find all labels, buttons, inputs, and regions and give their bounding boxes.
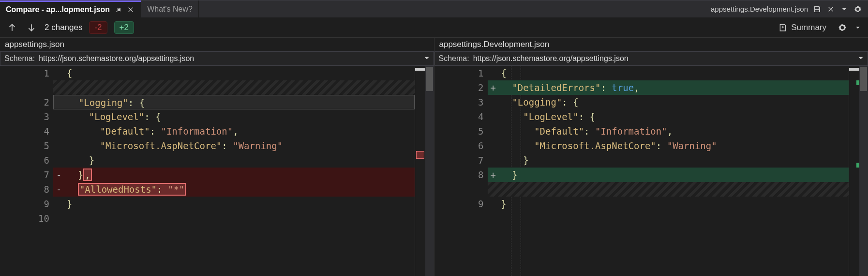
right-scrollbar[interactable] <box>859 66 868 276</box>
tab-title: Compare - ap...lopment.json <box>6 5 110 14</box>
close-icon[interactable] <box>126 5 135 14</box>
tab-spacer <box>199 0 705 17</box>
code-line-deleted: - "AllowedHosts": "*" <box>53 182 415 197</box>
right-pane: appsettings.Development.json Schema: htt… <box>434 38 868 276</box>
chevron-down-icon[interactable] <box>424 54 430 63</box>
left-code[interactable]: { "Logging": { "LogLevel": { "Default": … <box>53 66 415 276</box>
line-number: 9 <box>434 197 484 211</box>
left-pane: appsettings.json Schema: https://json.sc… <box>0 38 434 276</box>
chevron-down-icon[interactable] <box>858 54 864 63</box>
summary-button[interactable]: Summary <box>774 21 831 34</box>
next-change-button[interactable] <box>25 21 38 34</box>
line-number: 10 <box>0 211 49 226</box>
summary-label: Summary <box>791 23 826 32</box>
gear-icon[interactable] <box>853 5 862 14</box>
code-line-added: + } <box>488 168 849 182</box>
changes-label: 2 changes <box>45 23 82 32</box>
deletions-badge: -2 <box>89 21 107 34</box>
code-line: "Microsoft.AspNetCore": "Warning" <box>53 138 415 153</box>
diff-panes: appsettings.json Schema: https://json.sc… <box>0 38 868 276</box>
code-line-added: + "DetailedErrors": true, <box>488 80 849 95</box>
schema-url: https://json.schemastore.org/appsettings… <box>39 54 419 63</box>
right-minimap[interactable] <box>849 66 859 276</box>
right-gutter: 1 2 3 4 5 6 7 8 9 <box>434 66 488 276</box>
left-editor[interactable]: 1 2 3 4 5 6 7 8 9 10 { "Logging": { "Log… <box>0 66 434 276</box>
line-number: 4 <box>434 109 484 124</box>
line-number: 3 <box>434 95 484 109</box>
line-number: 4 <box>0 124 49 138</box>
tab-right-group: appsettings.Development.json <box>705 0 868 17</box>
line-number: 1 <box>434 66 484 80</box>
line-number: 9 <box>0 197 49 211</box>
left-scrollbar[interactable] <box>425 66 434 276</box>
schema-label: Schema: <box>4 54 35 63</box>
code-line: } <box>53 153 415 168</box>
additions-badge: +2 <box>114 21 134 34</box>
line-number: 7 <box>0 168 49 182</box>
code-line: } <box>488 197 849 211</box>
tab-bar: Compare - ap...lopment.json What's New? … <box>0 0 868 17</box>
code-line: "Default": "Information", <box>53 124 415 138</box>
prev-change-button[interactable] <box>6 21 18 34</box>
gear-icon[interactable] <box>838 23 847 32</box>
right-code[interactable]: { + "DetailedErrors": true, "Logging": {… <box>488 66 849 276</box>
code-line-placeholder <box>53 80 415 95</box>
diff-toolbar: 2 changes -2 +2 Summary <box>0 17 868 38</box>
code-line-placeholder <box>488 182 849 197</box>
line-number: 8 <box>434 168 484 182</box>
code-line-deleted: - }, <box>53 168 415 182</box>
code-line: "Microsoft.AspNetCore": "Warning" <box>488 138 849 153</box>
line-number: 6 <box>434 138 484 153</box>
code-line: { <box>488 66 849 80</box>
code-line: { <box>53 66 415 80</box>
tab-title: What's New? <box>147 5 193 14</box>
code-line <box>488 211 849 226</box>
left-gutter: 1 2 3 4 5 6 7 8 9 10 <box>0 66 53 276</box>
line-number: 2 <box>0 95 49 109</box>
right-filename: appsettings.Development.json <box>711 5 808 13</box>
right-editor[interactable]: 1 2 3 4 5 6 7 8 9 { + "DetailedErrors": … <box>434 66 868 276</box>
line-number: 7 <box>434 153 484 168</box>
right-schema-bar[interactable]: Schema: https://json.schemastore.org/app… <box>434 51 868 66</box>
left-pane-header: appsettings.json <box>0 38 434 51</box>
tab-compare[interactable]: Compare - ap...lopment.json <box>0 0 141 17</box>
schema-url: https://json.schemastore.org/appsettings… <box>473 54 854 63</box>
chevron-down-icon[interactable] <box>853 23 862 32</box>
line-number: 3 <box>0 109 49 124</box>
code-line: } <box>488 153 849 168</box>
line-number: 2 <box>434 80 484 95</box>
code-line: } <box>53 197 415 211</box>
code-line: "Default": "Information", <box>488 124 849 138</box>
code-line: "Logging": { <box>488 95 849 109</box>
right-pane-header: appsettings.Development.json <box>434 38 868 51</box>
chevron-down-icon[interactable] <box>840 5 849 14</box>
line-number <box>0 80 49 95</box>
code-line: "LogLevel": { <box>53 109 415 124</box>
line-number: 6 <box>0 153 49 168</box>
line-number: 1 <box>0 66 49 80</box>
save-icon[interactable] <box>813 5 822 14</box>
left-minimap[interactable] <box>415 66 425 276</box>
line-number: 5 <box>434 124 484 138</box>
line-number <box>434 211 484 226</box>
code-line: "LogLevel": { <box>488 109 849 124</box>
code-line <box>53 211 415 226</box>
close-icon[interactable] <box>826 5 835 14</box>
line-number: 5 <box>0 138 49 153</box>
code-line: "Logging": { <box>53 95 415 109</box>
line-number: 8 <box>0 182 49 197</box>
schema-label: Schema: <box>439 54 469 63</box>
left-schema-bar[interactable]: Schema: https://json.schemastore.org/app… <box>0 51 434 66</box>
pin-icon[interactable] <box>114 5 122 14</box>
tab-whats-new[interactable]: What's New? <box>141 0 199 17</box>
line-number <box>434 182 484 197</box>
